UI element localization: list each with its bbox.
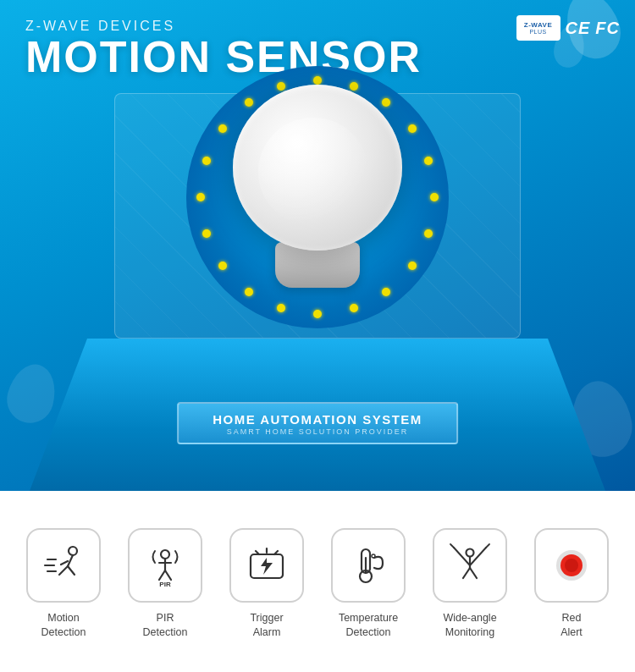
zwave-bottom: PLUS xyxy=(529,29,546,35)
sensor-head xyxy=(233,85,402,251)
motion-icon-box xyxy=(26,528,101,603)
pir-label: PIRDetection xyxy=(143,611,188,639)
feature-trigger: TriggerAlarm xyxy=(216,528,318,639)
svg-line-3 xyxy=(68,566,75,575)
alert-icon-box xyxy=(534,528,609,603)
zwave-badge: Z-WAVE PLUS xyxy=(516,15,560,41)
feature-pir: PIR PIRDetection xyxy=(114,528,216,639)
alert-icon xyxy=(549,543,594,588)
feature-temperature: TemperatureDetection xyxy=(318,528,419,639)
cta-sub-text: SAMRT HOME SOLUTION PROVIDER xyxy=(213,427,422,436)
temperature-icon-box xyxy=(331,528,406,603)
led-dot-4 xyxy=(424,157,433,165)
svg-marker-15 xyxy=(261,558,273,575)
pir-icon-box: PIR xyxy=(128,528,202,603)
svg-point-31 xyxy=(565,559,578,572)
led-dot-5 xyxy=(430,193,439,201)
header-text-block: Z-WAVE DEVICES MOTION SENSOR xyxy=(25,19,422,80)
feature-motion: MotionDetection xyxy=(13,528,114,639)
svg-line-26 xyxy=(470,568,477,578)
features-section: MotionDetection PIR PIRDetection xyxy=(0,491,635,672)
trigger-label: TriggerAlarm xyxy=(250,611,283,639)
svg-point-0 xyxy=(69,547,77,555)
svg-line-27 xyxy=(450,544,454,548)
led-dot-14 xyxy=(202,229,211,238)
temperature-icon xyxy=(345,543,391,588)
led-dot-12 xyxy=(245,288,253,296)
feature-alert: RedAlert xyxy=(521,528,622,639)
svg-line-25 xyxy=(463,568,470,578)
sensor-body xyxy=(216,85,419,288)
cta-main-text: HOME AUTOMATION SYSTEM xyxy=(213,412,422,427)
led-dot-9 xyxy=(350,304,358,312)
wide-icon xyxy=(447,543,493,588)
hero-section: Z-WAVE DEVICES MOTION SENSOR Z-WAVE PLUS… xyxy=(0,0,635,491)
led-dot-11 xyxy=(277,304,285,312)
svg-point-8 xyxy=(161,550,169,559)
svg-point-23 xyxy=(467,549,474,557)
ce-badge: CE xyxy=(566,19,591,38)
trigger-icon xyxy=(244,543,290,588)
led-dot-8 xyxy=(382,288,390,296)
pir-icon: PIR xyxy=(142,543,188,588)
motion-icon xyxy=(41,543,86,588)
decor-drop-3 xyxy=(2,359,62,428)
svg-line-4 xyxy=(61,561,68,565)
svg-line-10 xyxy=(159,570,165,580)
cert-badges: Z-WAVE PLUS CE FC xyxy=(516,15,620,41)
svg-line-11 xyxy=(165,570,171,580)
feature-wide: Wide-angleMonitoring xyxy=(419,528,521,639)
wide-label: Wide-angleMonitoring xyxy=(443,611,496,639)
zwave-top: Z-WAVE xyxy=(524,21,553,29)
led-dot-0 xyxy=(313,76,322,85)
trigger-icon-box xyxy=(229,528,304,603)
led-dot-16 xyxy=(202,157,211,165)
wide-icon-box xyxy=(433,528,507,603)
svg-line-2 xyxy=(59,566,68,575)
fc-badge: FC xyxy=(595,19,620,38)
svg-text:PIR: PIR xyxy=(159,581,171,588)
temperature-label: TemperatureDetection xyxy=(339,611,398,639)
led-dot-6 xyxy=(424,229,433,238)
led-dot-15 xyxy=(196,193,205,201)
svg-point-22 xyxy=(372,554,375,558)
svg-line-28 xyxy=(486,544,489,548)
alert-label: RedAlert xyxy=(560,611,583,639)
motion-label: MotionDetection xyxy=(41,611,86,639)
cta-button[interactable]: HOME AUTOMATION SYSTEM SAMRT HOME SOLUTI… xyxy=(177,402,458,444)
led-dot-10 xyxy=(313,310,322,318)
